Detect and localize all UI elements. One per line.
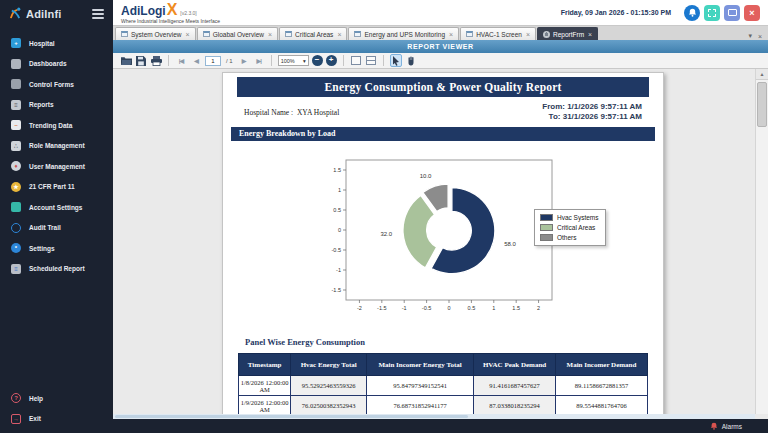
y-tick-label: 1: [338, 187, 341, 193]
zoom-out-button[interactable]: −: [312, 55, 323, 66]
previous-page-button[interactable]: ◀: [190, 54, 202, 67]
tab-system-overview[interactable]: System Overview×: [115, 27, 196, 40]
tab-label: Gloabal Overview: [213, 31, 264, 38]
print-report-button[interactable]: [150, 54, 162, 67]
tab-energy-and-ups-monitoring[interactable]: Energy and UPS Monitoring×: [348, 27, 459, 40]
table-header-cell: Timestamp: [239, 354, 291, 376]
hospital-name-label: Hospital Name :: [244, 108, 293, 117]
toolbar-separator: [168, 55, 169, 66]
close-icon[interactable]: ×: [588, 31, 592, 38]
tab-label: Critical Areas: [295, 31, 333, 38]
save-report-button[interactable]: [135, 54, 147, 67]
sidebar-item-trending-data[interactable]: ~Trending Data: [0, 115, 113, 136]
vertical-scrollbar[interactable]: ▲: [755, 69, 768, 414]
chevron-down-icon: ▾: [303, 58, 306, 64]
tab-critical-areas[interactable]: Critical Areas×: [279, 27, 347, 40]
sidebar-footer: ?Help→Exit: [0, 388, 113, 429]
table-header-cell: Main Incomer Energy Total: [367, 354, 474, 376]
report-page: Energy Consumption & Power Quality Repor…: [222, 72, 664, 416]
sidebar-item-dashboards[interactable]: Dashboards: [0, 54, 113, 75]
reports-icon: ≡: [11, 100, 21, 110]
scroll-up-icon[interactable]: ▲: [756, 69, 768, 80]
window-restore-icon[interactable]: [724, 5, 740, 21]
sidebar-item-role-management[interactable]: ∴Role Management: [0, 136, 113, 157]
close-icon[interactable]: ×: [186, 31, 190, 38]
x-tick-label: 0.5: [468, 305, 476, 311]
sidebar-item-audit-trail[interactable]: Audit Trail: [0, 218, 113, 239]
cfr-part11-icon: ★: [11, 182, 21, 192]
open-report-button[interactable]: [120, 54, 132, 67]
alarms-label[interactable]: Alarms: [722, 423, 742, 430]
app-version: [v2.3.0]: [180, 11, 196, 16]
slice-value-label: 58.0: [504, 241, 516, 247]
zoom-level-select[interactable]: 100% ▾: [278, 55, 309, 66]
horizontal-scrollbar-thumb[interactable]: [115, 415, 468, 418]
tab-dropdown-icon[interactable]: ▾: [748, 32, 752, 40]
last-page-button[interactable]: ▶|: [253, 54, 265, 67]
control-forms-icon: [11, 79, 21, 89]
tab-label: Energy and UPS Monitoring: [364, 31, 445, 38]
close-icon[interactable]: ×: [337, 31, 341, 38]
sidebar-item-user-management[interactable]: ♦User Management: [0, 156, 113, 177]
tab-reportfrm[interactable]: ReportFrm×: [537, 27, 598, 40]
sidebar-item-control-forms[interactable]: Control Forms: [0, 74, 113, 95]
table-header-cell: Hvac Energy Total: [291, 354, 367, 376]
close-app-icon[interactable]: ×: [744, 5, 760, 21]
x-tick-label: 1: [492, 305, 495, 311]
legend-swatch: [540, 214, 553, 221]
table-cell: 89.5544881764706: [555, 396, 647, 416]
sidebar-item-scheduled-report[interactable]: ≡Scheduled Report: [0, 259, 113, 280]
scheduled-report-icon: ≡: [11, 264, 21, 274]
report-viewer-content: Energy Consumption & Power Quality Repor…: [113, 69, 768, 419]
single-page-view-button[interactable]: [350, 54, 362, 67]
report-date-from: From: 1/1/2026 9:57:11 AM: [542, 102, 642, 112]
hospital-icon: +: [11, 38, 21, 48]
close-icon[interactable]: ×: [526, 31, 530, 38]
alarm-bell-icon[interactable]: [710, 422, 718, 430]
table-cell: 76.02500382352943: [291, 396, 367, 416]
sidebar-item-account-settings[interactable]: Account Settings: [0, 197, 113, 218]
x-tick-label: 0: [447, 305, 450, 311]
hamburger-menu-icon[interactable]: [92, 9, 104, 19]
multi-page-view-button[interactable]: [365, 54, 377, 67]
legend-swatch: [540, 234, 553, 241]
section-energy-breakdown: Energy Breakdown by Load: [231, 127, 655, 141]
tab-hvac-1-screen[interactable]: HVAC-1 Screen×: [460, 27, 536, 40]
zoom-in-button[interactable]: +: [326, 55, 337, 66]
top-header: AdiLogiX [v2.3.0] Where Industrial Intel…: [113, 0, 768, 26]
first-page-button[interactable]: |◀: [175, 54, 187, 67]
sidebar-item-help[interactable]: ?Help: [0, 388, 113, 409]
notifications-bell-icon[interactable]: [684, 5, 700, 21]
table-cell: 95.52925463559326: [291, 376, 367, 396]
tab-gloabal-overview[interactable]: Gloabal Overview×: [197, 27, 278, 40]
trending-data-icon: ~: [11, 120, 21, 130]
vertical-scrollbar-thumb[interactable]: [757, 82, 767, 127]
y-tick-label: 1.5: [333, 167, 341, 173]
y-tick-label: 0.5: [333, 207, 341, 213]
screen-capture-icon[interactable]: [704, 5, 720, 21]
dashboards-icon: [11, 59, 21, 69]
pointer-tool-button[interactable]: [390, 54, 402, 67]
x-tick-label: -2: [357, 305, 362, 311]
report-date-to: To: 31/1/2026 9:57:11 AM: [542, 112, 642, 122]
tab-bar-close-icon[interactable]: ×: [758, 33, 762, 40]
sidebar-item-reports[interactable]: ≡Reports: [0, 95, 113, 116]
help-icon: ?: [11, 393, 21, 403]
header-right: Friday, 09 Jan 2026 - 01:15:30 PM ×: [561, 5, 760, 21]
report-date-range: From: 1/1/2026 9:57:11 AM To: 31/1/2026 …: [542, 102, 642, 123]
close-icon[interactable]: ×: [449, 31, 453, 38]
sidebar-item-settings[interactable]: *Settings: [0, 238, 113, 259]
sidebar-item-21-cfr-part-11[interactable]: ★21 CFR Part 11: [0, 177, 113, 198]
sidebar-item-exit[interactable]: →Exit: [0, 409, 113, 430]
table-cell: 1/8/2026 12:00:00 AM: [239, 376, 291, 396]
sidebar-item-label: 21 CFR Part 11: [29, 183, 75, 190]
next-page-button[interactable]: ▶: [238, 54, 250, 67]
energy-breakdown-chart-block: -2-1.5-1-0.500.511.52-1.5-1-0.500.511.55…: [223, 141, 663, 337]
page-number-input[interactable]: 1: [205, 56, 221, 66]
sidebar-item-hospital[interactable]: +Hospital: [0, 33, 113, 54]
tab-bar: System Overview×Gloabal Overview×Critica…: [113, 26, 768, 40]
close-icon[interactable]: ×: [268, 31, 272, 38]
screen-tab-icon: [203, 31, 210, 37]
screen-tab-icon: [466, 31, 473, 37]
pan-hand-tool-button[interactable]: [405, 54, 417, 67]
